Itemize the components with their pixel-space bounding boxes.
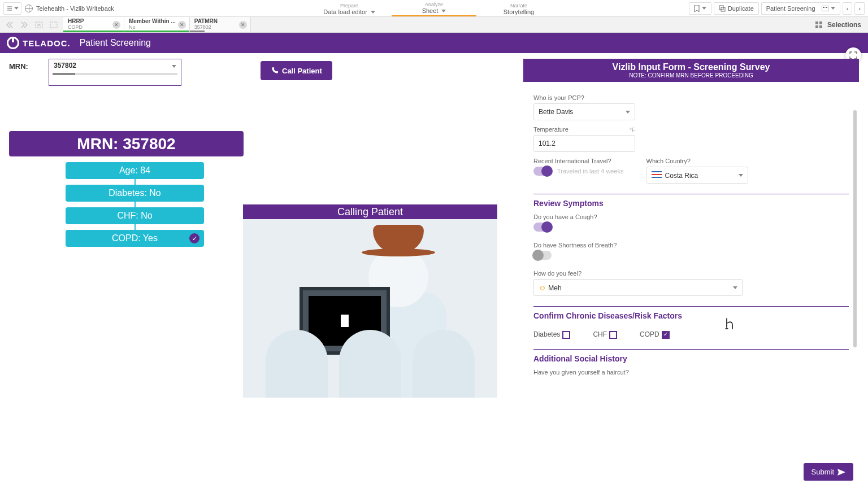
app-toolbar: Telehealth - Vizlib Writeback Prepare Da…	[0, 0, 868, 17]
country-select[interactable]: Costa Rica	[646, 167, 748, 184]
svg-rect-8	[819, 21, 822, 24]
svg-rect-4	[826, 7, 827, 8]
chevron-down-icon	[371, 11, 375, 14]
pcp-label: Who is your PCP?	[533, 94, 849, 101]
check-circle-icon: ✓	[189, 233, 199, 243]
app-banner: TELADOC. Patient Screening	[0, 33, 868, 53]
chevron-down-icon	[441, 10, 446, 12]
close-icon[interactable]: ✕	[178, 21, 186, 29]
mrn-label: MRN:	[9, 62, 32, 71]
chevron-down-icon	[626, 111, 630, 114]
close-icon[interactable]: ✕	[239, 21, 247, 29]
travel-hint: Traveled in last 4 weeks	[557, 168, 624, 175]
clear-selections-icon[interactable]	[33, 19, 45, 31]
tab-analyze[interactable]: Analyze Sheet	[392, 1, 476, 16]
page-title: Patient Screening	[80, 38, 151, 48]
svg-rect-10	[819, 25, 822, 28]
bookmark-button[interactable]	[689, 2, 711, 15]
selection-chip[interactable]: PATMRN 357802 ✕	[190, 17, 251, 32]
chevron-down-icon	[172, 65, 176, 68]
temperature-input[interactable]: 101.2	[533, 135, 635, 152]
tab-prepare[interactable]: Prepare Data load editor	[307, 2, 392, 16]
brand-logo: TELADOC.	[7, 37, 71, 49]
mrn-select[interactable]: 357802	[49, 59, 181, 86]
chronic-section-title: Confirm Chronic Diseases/Risk Factors	[533, 311, 849, 320]
send-icon	[837, 469, 845, 476]
pcp-select[interactable]: Bette Davis	[533, 103, 635, 120]
selection-chip[interactable]: HRRP COPD ✕	[63, 17, 124, 32]
selections-icon	[815, 21, 823, 29]
selection-bar: HRRP COPD ✕ Member Within ... No ✕ PATMR…	[0, 17, 868, 33]
flag-icon	[652, 171, 662, 178]
chf-checkbox[interactable]: CHF	[593, 330, 617, 339]
prev-sheet-button[interactable]: ‹	[843, 2, 853, 15]
app-title: Telehealth - Vizlib Writeback	[36, 5, 114, 12]
calling-patient-panel: Calling Patient	[243, 204, 497, 398]
survey-form: Vizlib Input Form - Screening Survey NOT…	[523, 59, 859, 488]
form-subtitle: NOTE: CONFIRM MRN BEFORE PROCEEDING	[523, 72, 859, 79]
chevron-down-icon	[739, 174, 743, 177]
travel-toggle[interactable]	[533, 167, 552, 176]
breath-toggle[interactable]	[533, 251, 552, 260]
patient-mrn-banner: MRN: 357802	[9, 131, 244, 156]
form-title: Vizlib Input Form - Screening Survey	[523, 62, 859, 72]
brand-mark-icon	[7, 37, 19, 49]
breath-label: Do have Shortness of Breath?	[533, 242, 849, 249]
svg-rect-7	[815, 21, 818, 24]
calling-patient-image	[243, 219, 497, 398]
close-icon[interactable]: ✕	[112, 21, 120, 29]
menu-button[interactable]	[3, 2, 21, 15]
svg-rect-9	[815, 25, 818, 28]
cough-label: Do you have a Cough?	[533, 213, 849, 220]
patient-info-row: COPD: Yes ✓	[66, 230, 204, 247]
scrollbar-thumb[interactable]	[853, 110, 857, 347]
duplicate-button[interactable]: Duplicate	[714, 2, 759, 15]
haircut-label: Have you given yourself a haircut?	[533, 369, 849, 376]
patient-info-row: CHF: No	[66, 207, 204, 224]
chevron-down-icon	[733, 286, 737, 289]
selection-chip[interactable]: Member Within ... No ✕	[124, 17, 190, 32]
symptoms-section-title: Review Symptoms	[533, 199, 849, 208]
copd-checkbox[interactable]: COPD	[640, 330, 670, 339]
temperature-unit: °F	[630, 127, 635, 133]
feel-select[interactable]: ☺Meh	[533, 279, 743, 296]
tab-narrate[interactable]: Narrate Storytelling	[476, 2, 561, 16]
svg-rect-3	[823, 7, 824, 8]
diabetes-checkbox[interactable]: Diabetes	[533, 330, 570, 339]
chevron-down-icon	[702, 7, 706, 10]
calling-patient-title: Calling Patient	[243, 204, 497, 219]
cough-toggle[interactable]	[533, 223, 552, 232]
chevron-down-icon	[831, 7, 835, 10]
travel-label: Recent International Travel?	[533, 158, 624, 164]
chevron-down-icon	[14, 7, 19, 10]
phone-icon	[271, 67, 279, 75]
selections-button[interactable]: Selections	[827, 21, 861, 29]
submit-button[interactable]: Submit	[804, 463, 853, 481]
scroll-indicator	[53, 73, 177, 75]
smart-search-icon[interactable]	[47, 19, 60, 31]
patient-info-row: Diabetes: No	[66, 185, 204, 202]
next-sheet-button[interactable]: ›	[854, 2, 865, 15]
temperature-label: Temperature	[533, 126, 568, 133]
feel-label: How do you feel?	[533, 270, 849, 277]
emoji-icon: ☺	[539, 284, 546, 292]
social-section-title: Additional Social History	[533, 354, 849, 363]
svg-rect-2	[822, 6, 828, 11]
country-label: Which Country?	[646, 158, 748, 164]
step-forward-icon[interactable]	[18, 19, 31, 31]
call-patient-button[interactable]: Call Patient	[261, 61, 332, 80]
patient-info-row: Age: 84	[66, 162, 204, 179]
sheet-selector[interactable]: Patient Screening	[761, 2, 840, 15]
step-back-icon[interactable]	[3, 19, 16, 31]
globe-icon	[25, 5, 33, 12]
svg-rect-6	[50, 22, 57, 28]
